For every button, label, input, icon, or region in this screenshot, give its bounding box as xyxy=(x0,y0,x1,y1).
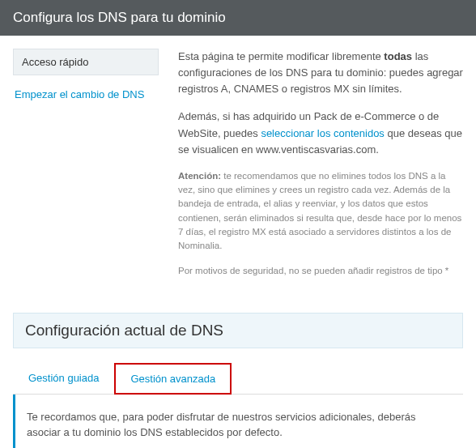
tab-panel-advanced: Te recordamos que, para poder disfrutar … xyxy=(13,395,463,448)
page-header: Configura los DNS para tu dominio xyxy=(0,0,476,36)
top-section: Acceso rápido Empezar el cambio de DNS E… xyxy=(13,49,463,290)
panel-reminder-text: Te recordamos que, para poder disfrutar … xyxy=(27,409,452,441)
tab-guided-management[interactable]: Gestión guiada xyxy=(13,363,114,394)
select-contents-link[interactable]: seleccionar los contenidos xyxy=(261,127,384,139)
intro-p1-before: Esta página te permite modificar libreme… xyxy=(178,50,384,62)
section-title-current-dns: Configuración actual de DNS xyxy=(13,313,463,348)
intro-p1-bold: todas xyxy=(384,50,412,62)
tab-advanced-management[interactable]: Gestión avanzada xyxy=(114,363,232,395)
attention-body: te recomendamos que no elimines todos lo… xyxy=(178,171,461,250)
sidebar-heading: Acceso rápido xyxy=(13,49,159,75)
tabs-row: Gestión guiada Gestión avanzada xyxy=(13,363,463,395)
content-wrap: Acceso rápido Empezar el cambio de DNS E… xyxy=(0,36,476,448)
attention-label: Atención: xyxy=(178,171,221,181)
page-title: Configura los DNS para tu dominio xyxy=(13,10,226,25)
sidebar: Acceso rápido Empezar el cambio de DNS xyxy=(13,49,159,290)
security-note: Por motivos de seguridad, no se pueden a… xyxy=(178,264,463,278)
sidebar-link-start-dns-change[interactable]: Empezar el cambio de DNS xyxy=(13,75,159,107)
attention-note: Atención: te recomendamos que no elimine… xyxy=(178,169,463,254)
intro-paragraph-2: Además, si has adquirido un Pack de e-Co… xyxy=(178,109,463,157)
intro-paragraph-1: Esta página te permite modificar libreme… xyxy=(178,49,463,97)
section-title-text: Configuración actual de DNS xyxy=(25,322,223,339)
intro-text: Esta página te permite modificar libreme… xyxy=(178,49,463,290)
